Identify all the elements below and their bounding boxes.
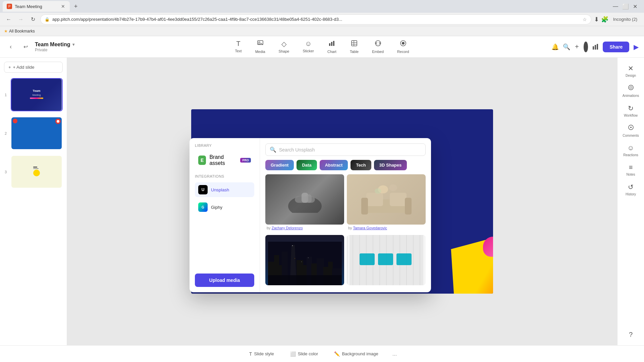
- toolbar-left: ‹ ↩ Team Meeting ▾ Private: [5, 42, 93, 52]
- maximize-button[interactable]: ⬜: [622, 3, 629, 10]
- active-tab[interactable]: P Team Meeting ✕: [3, 1, 70, 12]
- slide-color-label: Slide color: [298, 351, 318, 356]
- user-avatar: [584, 42, 588, 52]
- author-link-1[interactable]: Zachary Delorenzo: [272, 226, 303, 230]
- handshake-image: [265, 174, 344, 225]
- dropdown-icon[interactable]: ▾: [72, 42, 74, 47]
- add-slide-button[interactable]: + + Add slide: [4, 62, 63, 73]
- reload-button[interactable]: ↻: [28, 15, 38, 24]
- workflow-icon: ↻: [628, 104, 634, 112]
- play-button[interactable]: ▶: [633, 41, 639, 53]
- slide-item-3[interactable]: 3: [11, 155, 63, 188]
- main-area: + + Add slide 1 Team Meeting 2: [0, 58, 644, 345]
- brand-assets-label: Brand assets: [209, 154, 235, 166]
- image-item-2[interactable]: by Tamara Govedarovic: [347, 174, 426, 232]
- browser-actions: ⬇ 🧩 Incognito (2): [594, 15, 640, 23]
- toolbar-sticker-button[interactable]: ☺ Sticker: [300, 39, 317, 55]
- slide-thumbnail-2[interactable]: [11, 117, 63, 150]
- category-3d-shapes[interactable]: 3D Shapes: [374, 160, 407, 170]
- history-panel-button[interactable]: ↺ History: [619, 180, 643, 199]
- bookmark-icon: ☆: [583, 17, 587, 22]
- slide-item-2[interactable]: 2: [11, 117, 63, 150]
- slide-thumbnail-3[interactable]: [11, 155, 63, 188]
- brand-assets-item[interactable]: E Brand assets PRO: [195, 152, 254, 169]
- svg-rect-18: [307, 194, 312, 203]
- reactions-panel-button[interactable]: ☺ Reactions: [619, 141, 643, 160]
- back-nav-button[interactable]: ←: [4, 15, 13, 24]
- search-button[interactable]: 🔍: [563, 41, 570, 53]
- toolbar-shape-button[interactable]: ◇ Shape: [276, 39, 292, 55]
- tab-title: Team Meeting: [15, 4, 58, 9]
- image-thumbnail-2[interactable]: [347, 174, 426, 225]
- minimize-button[interactable]: —: [613, 3, 618, 9]
- back-button[interactable]: ‹: [5, 42, 16, 52]
- animations-panel-button[interactable]: Animations: [619, 81, 643, 100]
- new-tab-button[interactable]: +: [71, 2, 80, 11]
- workflow-panel-button[interactable]: ↻ Workflow: [619, 102, 643, 120]
- image-item-4[interactable]: [347, 235, 426, 287]
- slide-number-3: 3: [5, 170, 7, 174]
- slide-style-button[interactable]: T Slide style: [245, 349, 278, 359]
- category-tech[interactable]: Tech: [351, 160, 371, 170]
- notes-panel-button[interactable]: ≡ Notes: [619, 161, 643, 179]
- svg-rect-3: [331, 42, 332, 46]
- svg-rect-2: [329, 43, 330, 46]
- toolbar-text-button[interactable]: T Text: [232, 39, 244, 55]
- slide-item-1[interactable]: 1 Team Meeting: [11, 78, 63, 111]
- svg-point-11: [402, 42, 405, 45]
- text-icon: T: [236, 40, 240, 48]
- slide-preview-3: [11, 156, 62, 188]
- brand-icon: E: [198, 156, 206, 165]
- extensions-icon[interactable]: 🧩: [601, 16, 608, 23]
- image-item-1[interactable]: by Zachary Delorenzo: [265, 174, 344, 232]
- slide-preview-2: [11, 117, 62, 149]
- image-thumbnail-4[interactable]: [347, 235, 426, 285]
- toolbar-record-button[interactable]: Record: [394, 39, 412, 55]
- toolbar-embed-button[interactable]: Embed: [369, 39, 386, 55]
- category-abstract[interactable]: Abstract: [320, 160, 348, 170]
- address-bar-row: ← → ↻ 🔒 app.pitch.com/app/presentation/4…: [0, 13, 644, 26]
- help-panel-button[interactable]: ?: [619, 328, 643, 341]
- close-button[interactable]: ✕: [633, 3, 637, 10]
- address-bar[interactable]: 🔒 app.pitch.com/app/presentation/4b74b27…: [40, 14, 591, 24]
- add-button[interactable]: +: [574, 41, 580, 53]
- profile-button[interactable]: Incognito (2): [610, 15, 640, 23]
- comments-panel-button[interactable]: Comments: [619, 121, 643, 140]
- slide-thumbnail-1[interactable]: Team Meeting: [11, 78, 63, 111]
- unsplash-item[interactable]: U Unsplash: [195, 182, 254, 197]
- tab-close-button[interactable]: ✕: [60, 3, 66, 10]
- svg-point-9: [375, 41, 381, 46]
- modal-content: 🔍 Gradient Data: [260, 138, 431, 292]
- all-bookmarks-label[interactable]: ★ All Bookmarks: [4, 29, 35, 34]
- design-panel-button[interactable]: ✕ Design: [619, 62, 643, 80]
- media-icon: [257, 40, 264, 48]
- download-icon[interactable]: ⬇: [594, 16, 599, 23]
- shape-icon: ◇: [281, 40, 286, 48]
- search-input[interactable]: [279, 147, 421, 153]
- background-image-button[interactable]: ✏️ Background image: [330, 349, 382, 359]
- analytics-button[interactable]: [592, 41, 599, 53]
- slide-color-button[interactable]: ⬜ Slide color: [286, 349, 322, 359]
- upload-media-button[interactable]: Upload media: [195, 274, 254, 287]
- image-thumbnail-1[interactable]: [265, 174, 344, 225]
- author-link-2[interactable]: Tamara Govedarovic: [353, 226, 387, 230]
- more-options-button[interactable]: ...: [390, 349, 399, 359]
- toolbar-media-button[interactable]: Media: [253, 39, 268, 55]
- background-image-label: Background image: [342, 351, 378, 356]
- search-bar[interactable]: 🔍: [265, 143, 426, 156]
- chart-icon: [328, 40, 335, 48]
- giphy-item[interactable]: G Giphy: [195, 200, 254, 215]
- slide-color-icon: ⬜: [290, 351, 296, 357]
- svg-point-62: [630, 86, 632, 88]
- category-gradient[interactable]: Gradient: [265, 160, 294, 170]
- share-button[interactable]: Share: [603, 42, 629, 52]
- forward-nav-button[interactable]: →: [16, 15, 25, 24]
- image-item-3[interactable]: [265, 235, 344, 287]
- toolbar-table-button[interactable]: Table: [347, 39, 361, 55]
- record-icon: [400, 40, 407, 48]
- undo-button[interactable]: ↩: [20, 42, 31, 52]
- category-data[interactable]: Data: [297, 160, 317, 170]
- notifications-button[interactable]: 🔔: [551, 41, 559, 53]
- image-thumbnail-3[interactable]: [265, 235, 344, 285]
- toolbar-chart-button[interactable]: Chart: [325, 39, 339, 55]
